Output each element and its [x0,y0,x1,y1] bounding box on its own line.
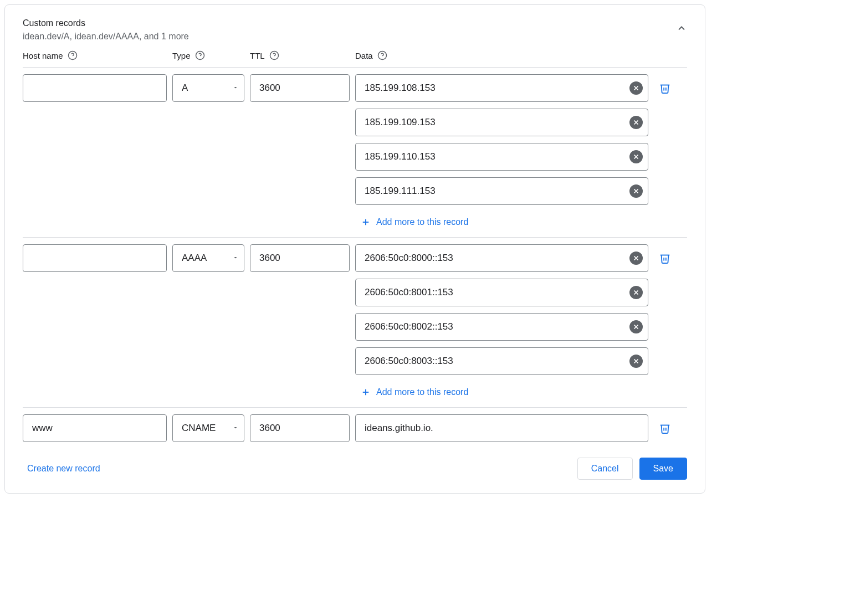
clear-data-button[interactable] [629,150,643,163]
record-row [23,407,687,449]
close-icon [632,187,640,195]
trash-icon [659,422,671,434]
clear-data-button[interactable] [629,81,643,95]
clear-data-button[interactable] [629,355,643,368]
close-icon [632,119,640,126]
col-type-label: Type [172,51,191,60]
chevron-up-icon [676,23,687,34]
trash-icon [659,82,671,94]
close-icon [632,84,640,92]
clear-data-button[interactable] [629,116,643,129]
help-icon[interactable] [269,50,279,60]
delete-record-button[interactable] [654,244,676,272]
col-ttl-label: TTL [250,51,265,60]
record-row: Add more to this record [23,237,687,407]
panel-footer: Create new record Cancel Save [5,449,705,493]
table-header: Host name Type TTL Data [23,50,687,68]
ttl-input[interactable] [250,244,350,272]
data-input[interactable] [355,347,648,375]
col-data-label: Data [355,51,373,60]
collapse-button[interactable] [672,18,692,38]
header-text: Custom records idean.dev/A, idean.dev/AA… [23,18,189,42]
col-header-ttl: TTL [250,50,350,60]
save-button[interactable]: Save [639,458,687,480]
clear-data-button[interactable] [629,184,643,198]
clear-data-button[interactable] [629,320,643,333]
data-column: Add more to this record [355,74,648,230]
col-header-data: Data [355,50,648,60]
col-header-hostname: Host name [23,50,167,60]
type-select[interactable] [172,244,244,272]
record-row: Add more to this record [23,68,687,237]
delete-record-button[interactable] [654,74,676,102]
trash-icon [659,252,671,264]
close-icon [632,254,640,262]
add-more-button[interactable]: Add more to this record [361,384,468,401]
hostname-input[interactable] [23,414,167,442]
panel-subtitle: idean.dev/A, idean.dev/AAAA, and 1 more [23,32,189,42]
data-input[interactable] [355,414,648,442]
data-input[interactable] [355,279,648,306]
data-input[interactable] [355,313,648,341]
plus-icon [361,387,371,397]
close-icon [632,323,640,331]
type-select[interactable] [172,74,244,102]
data-input[interactable] [355,143,648,171]
panel-title: Custom records [23,18,189,28]
help-icon[interactable] [377,50,387,60]
close-icon [632,357,640,365]
data-column [355,414,648,442]
col-header-type: Type [172,50,244,60]
data-input[interactable] [355,74,648,102]
plus-icon [361,217,371,227]
clear-data-button[interactable] [629,251,643,265]
col-hostname-label: Host name [23,51,63,60]
cancel-button[interactable]: Cancel [577,458,633,480]
ttl-input[interactable] [250,414,350,442]
panel-header: Custom records idean.dev/A, idean.dev/AA… [5,5,705,50]
custom-records-panel: Custom records idean.dev/A, idean.dev/AA… [4,4,705,494]
data-input[interactable] [355,177,648,205]
ttl-input[interactable] [250,74,350,102]
hostname-input[interactable] [23,74,167,102]
help-icon[interactable] [68,50,78,60]
hostname-input[interactable] [23,244,167,272]
add-more-button[interactable]: Add more to this record [361,214,468,230]
close-icon [632,289,640,296]
data-input[interactable] [355,109,648,136]
footer-actions: Cancel Save [577,458,687,480]
data-column: Add more to this record [355,244,648,401]
help-icon[interactable] [195,50,205,60]
type-select[interactable] [172,414,244,442]
close-icon [632,153,640,161]
delete-record-button[interactable] [654,414,676,442]
data-input[interactable] [355,244,648,272]
clear-data-button[interactable] [629,286,643,299]
records-container: Add more to this recordAdd more to this … [5,68,705,449]
create-new-record-button[interactable]: Create new record [27,464,100,474]
